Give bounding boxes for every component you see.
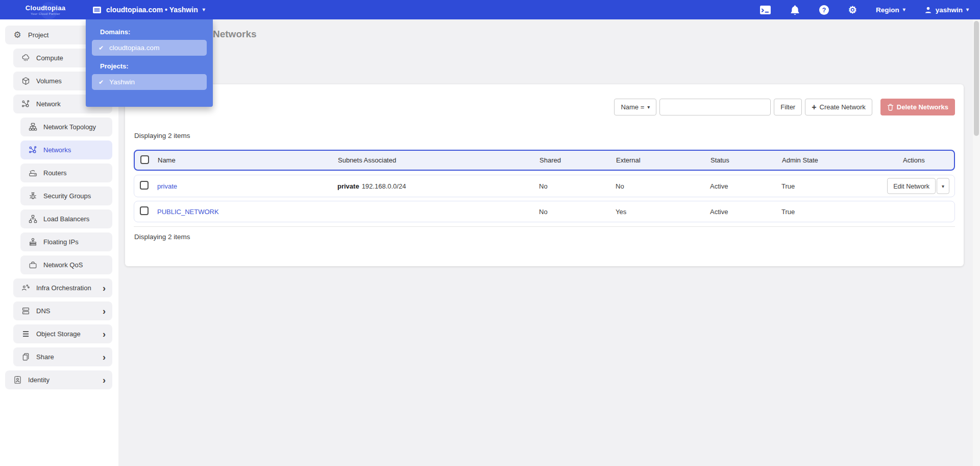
bell-icon [790, 5, 800, 15]
shared-value: No [539, 182, 616, 190]
delete-networks-button[interactable]: Delete Networks [880, 99, 955, 115]
filter-field-select[interactable]: Name = ▾ [614, 99, 656, 115]
router-icon [28, 168, 38, 178]
chevron-right-icon: › [103, 330, 106, 339]
network-name-link[interactable]: PUBLIC_NETWORK [157, 208, 219, 216]
column-header-actions: Actions [903, 156, 954, 164]
domain-item-cloudtopiaa[interactable]: ✔ cloudtopiaa.com [92, 40, 207, 56]
sidebar-item-label: Infra Orchestration [36, 284, 91, 292]
floating-ip-icon [28, 237, 38, 247]
region-label: Region [876, 6, 899, 14]
orchestration-icon [20, 283, 31, 293]
row-checkbox[interactable] [140, 206, 149, 215]
column-header-status: Status [710, 156, 782, 164]
network-icon [20, 99, 31, 109]
list-icon [92, 6, 102, 14]
id-badge-icon [12, 375, 22, 385]
network-name-link[interactable]: private [157, 182, 177, 190]
topology-icon [28, 122, 38, 132]
sidebar-item-security-groups[interactable]: Security Groups [20, 187, 112, 205]
sidebar-item-networks[interactable]: Networks [20, 141, 112, 159]
sidebar-item-label: Routers [43, 169, 67, 177]
sidebar-item-routers[interactable]: Routers [20, 164, 112, 182]
user-menu[interactable]: yashwin ▾ [924, 6, 969, 14]
project-item-label: Yashwin [109, 78, 135, 86]
status-value: Active [710, 182, 781, 190]
table-header-row: Name Subnets Associated Shared External … [134, 150, 955, 171]
user-icon [924, 6, 932, 14]
sidebar-item-label: Network QoS [43, 261, 83, 269]
caret-down-icon: ▾ [203, 7, 205, 12]
column-header-shared: Shared [540, 156, 616, 164]
sidebar-item-label: Project [28, 31, 48, 39]
select-all-checkbox[interactable] [140, 155, 149, 164]
table-toolbar: Name = ▾ Filter + Create Network Delete … [614, 99, 955, 115]
sidebar-item-network-topology[interactable]: Network Topology [20, 118, 112, 136]
sidebar-item-share[interactable]: Share › [13, 347, 112, 366]
external-value: Yes [616, 208, 710, 216]
external-value: No [616, 182, 710, 190]
column-header-name: Name [158, 156, 338, 164]
vertical-scrollbar [973, 19, 980, 466]
sidebar-item-network-qos[interactable]: Network QoS [20, 255, 112, 274]
items-count-bottom: Displaying 2 items [134, 233, 190, 241]
row-actions-dropdown-toggle[interactable]: ▾ [937, 178, 949, 194]
chevron-right-icon: › [103, 376, 106, 385]
filter-search-input[interactable] [659, 99, 771, 115]
sidebar-item-label: Object Storage [36, 330, 81, 338]
sidebar-item-label: Security Groups [43, 192, 91, 200]
username-label: yashwin [936, 6, 963, 14]
sidebar-item-label: Compute [36, 54, 63, 62]
cube-icon [20, 76, 31, 86]
pages-icon [20, 352, 31, 362]
console-button[interactable] [760, 5, 771, 15]
scrollbar-thumb[interactable] [974, 21, 979, 136]
table-row: PUBLIC_NETWORK No Yes Active True [134, 201, 955, 222]
networks-panel: Name = ▾ Filter + Create Network Delete … [125, 84, 964, 266]
context-label: cloudtopiaa.com • Yashwin [106, 6, 198, 14]
status-value: Active [710, 208, 781, 216]
console-icon [760, 5, 771, 15]
networks-icon [28, 145, 38, 155]
column-header-external: External [616, 156, 710, 164]
navbar-right-cluster: ? ⚙ Region ▾ yashwin ▾ [760, 5, 969, 15]
filter-field-label: Name = [621, 103, 644, 111]
settings-button[interactable]: ⚙ [848, 5, 857, 15]
brand-logo[interactable]: Cloudtopiaa Your Cloud Partner [15, 4, 76, 15]
help-button[interactable]: ? [819, 5, 829, 15]
briefcase-icon [28, 260, 38, 270]
help-icon: ? [819, 5, 829, 15]
edit-network-button[interactable]: Edit Network [887, 178, 936, 194]
svg-text:?: ? [822, 6, 826, 13]
sidebar-item-load-balancers[interactable]: Load Balancers [20, 209, 112, 228]
gear-icon: ⚙ [848, 5, 857, 15]
project-item-yashwin[interactable]: ✔ Yashwin [92, 74, 207, 90]
sidebar-item-label: Network Topology [43, 123, 96, 131]
sidebar-item-label: DNS [36, 307, 50, 315]
shared-value: No [539, 208, 616, 216]
check-icon: ✔ [99, 45, 104, 51]
create-network-button[interactable]: + Create Network [805, 99, 872, 115]
domain-project-switcher[interactable]: cloudtopiaa.com • Yashwin ▾ [92, 0, 205, 19]
region-menu[interactable]: Region ▾ [876, 6, 905, 14]
column-header-admin-state: Admin State [782, 156, 903, 164]
hierarchy-icon [28, 214, 38, 224]
sidebar-item-label: Volumes [36, 77, 62, 85]
subnet-cidr: 192.168.0.0/24 [362, 182, 406, 190]
row-checkbox[interactable] [140, 181, 149, 190]
page-title: Networks [213, 29, 257, 40]
chevron-right-icon: › [103, 307, 106, 316]
sidebar-item-infra-orchestration[interactable]: Infra Orchestration › [13, 278, 112, 297]
bug-icon [28, 191, 38, 201]
column-header-subnets: Subnets Associated [338, 156, 540, 164]
delete-networks-label: Delete Networks [897, 103, 948, 111]
sidebar-item-object-storage[interactable]: Object Storage › [13, 324, 112, 343]
notifications-button[interactable] [790, 5, 800, 15]
admin-state-value: True [781, 208, 902, 216]
sidebar-item-floating-ips[interactable]: Floating IPs [20, 232, 112, 251]
sidebar-item-identity[interactable]: Identity › [5, 370, 112, 389]
filter-button[interactable]: Filter [774, 99, 802, 115]
items-count-top: Displaying 2 items [134, 132, 190, 139]
sidebar-item-dns[interactable]: DNS › [13, 301, 112, 320]
caret-down-icon: ▾ [647, 105, 650, 110]
